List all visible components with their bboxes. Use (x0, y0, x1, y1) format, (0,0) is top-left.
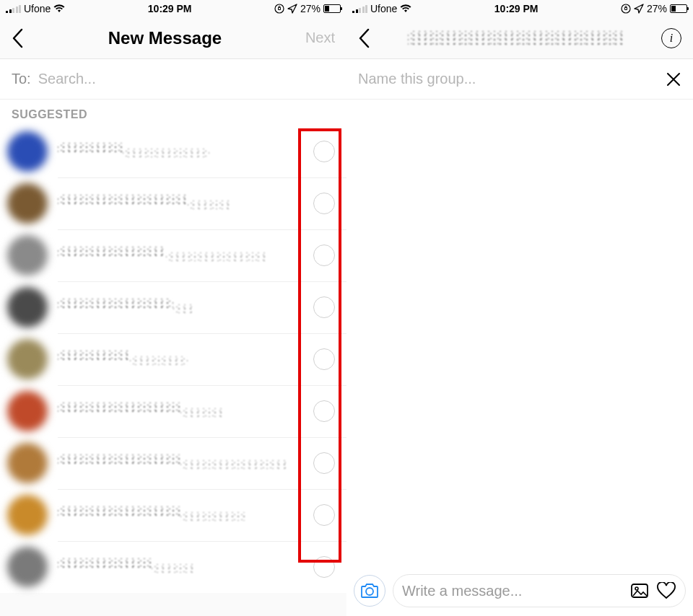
contact-row[interactable] (0, 541, 346, 593)
nav-bar: New Message Next (0, 17, 346, 59)
contact-labels (58, 299, 313, 316)
avatar (7, 443, 48, 483)
avatar (7, 547, 48, 587)
contact-labels (58, 247, 313, 264)
avatar (7, 235, 48, 276)
avatar (7, 183, 48, 224)
right-screenshot: Ufone 10:29 PM 27% (346, 0, 693, 616)
cellular-signal-icon (352, 4, 367, 13)
svg-point-2 (366, 588, 373, 595)
contact-name-redacted (58, 402, 180, 413)
contact-name-redacted (58, 351, 130, 361)
avatar (7, 287, 48, 327)
avatar (7, 131, 48, 172)
svg-point-1 (622, 4, 630, 13)
svg-point-0 (275, 4, 284, 13)
battery-icon (323, 4, 341, 13)
avatar (7, 495, 48, 535)
contact-list (0, 126, 346, 593)
message-composer: Write a message... (346, 571, 693, 610)
contact-username-redacted (180, 408, 224, 417)
contact-labels (58, 454, 313, 472)
contact-name-redacted (58, 506, 180, 516)
cellular-signal-icon (6, 4, 21, 13)
camera-icon (360, 583, 379, 599)
select-radio[interactable] (313, 193, 335, 214)
contact-row[interactable] (0, 437, 346, 489)
gallery-button[interactable] (630, 583, 649, 599)
suggested-header: SUGGESTED (0, 100, 346, 126)
location-icon (287, 4, 297, 14)
next-button[interactable]: Next (305, 30, 335, 46)
contact-username-redacted (166, 252, 267, 261)
left-screenshot: Ufone 10:29 PM 27% New M (0, 0, 346, 616)
conversation-area (346, 100, 693, 616)
select-radio[interactable] (313, 452, 335, 474)
contact-username-redacted (180, 460, 289, 469)
group-name-row[interactable]: Name this group... (346, 59, 693, 100)
contact-username-redacted (188, 201, 231, 209)
contact-labels (58, 558, 313, 576)
location-icon (634, 4, 644, 14)
contact-name-redacted (58, 299, 173, 309)
battery-icon (670, 4, 687, 13)
contact-row[interactable] (0, 385, 346, 437)
contact-username-redacted (173, 304, 195, 313)
battery-percent: 27% (300, 3, 321, 14)
select-radio[interactable] (313, 400, 335, 422)
message-input-pill[interactable]: Write a message... (393, 574, 686, 607)
status-bar: Ufone 10:29 PM 27% (346, 0, 693, 17)
svg-point-4 (635, 587, 638, 590)
status-bar: Ufone 10:29 PM 27% (0, 0, 346, 17)
chat-title-redacted (408, 31, 624, 45)
contact-username-redacted (130, 356, 188, 365)
page-title: New Message (108, 28, 222, 48)
carrier-label: Ufone (24, 3, 51, 14)
contact-row[interactable] (0, 229, 346, 281)
carrier-label: Ufone (370, 3, 397, 14)
like-button[interactable] (656, 582, 676, 599)
rotation-lock-icon (621, 4, 631, 14)
clock: 10:29 PM (148, 3, 192, 14)
contact-name-redacted (58, 454, 180, 465)
group-name-input[interactable]: Name this group... (358, 71, 476, 87)
contact-name-redacted (58, 247, 166, 257)
contact-labels (58, 143, 313, 160)
select-radio[interactable] (313, 556, 335, 578)
gallery-icon (630, 583, 649, 599)
contact-labels (58, 195, 313, 212)
select-radio[interactable] (313, 141, 335, 162)
select-radio[interactable] (313, 504, 335, 526)
contact-username-redacted (180, 512, 245, 521)
back-button[interactable] (358, 28, 371, 48)
contact-row[interactable] (0, 333, 346, 385)
contact-username-redacted (152, 564, 195, 573)
wifi-icon (53, 4, 65, 13)
contact-labels (58, 506, 313, 524)
contact-name-redacted (58, 195, 188, 205)
clock: 10:29 PM (494, 3, 539, 14)
contact-name-redacted (58, 558, 152, 568)
contact-labels (58, 402, 313, 420)
wifi-icon (400, 4, 411, 13)
contact-labels (58, 351, 313, 368)
contact-row[interactable] (0, 281, 346, 333)
recipient-search-row[interactable]: To: Search... (0, 59, 346, 100)
camera-button[interactable] (354, 575, 385, 607)
battery-percent: 27% (647, 3, 667, 14)
nav-bar: i (346, 17, 693, 59)
rotation-lock-icon (274, 4, 284, 14)
select-radio[interactable] (313, 245, 335, 266)
search-input[interactable]: Search... (38, 71, 96, 87)
back-button[interactable] (12, 28, 25, 48)
contact-row[interactable] (0, 177, 346, 229)
avatar (7, 391, 48, 431)
info-button[interactable]: i (661, 28, 681, 48)
close-button[interactable] (666, 71, 681, 87)
contact-row[interactable] (0, 489, 346, 541)
contact-username-redacted (123, 149, 209, 157)
contact-row[interactable] (0, 126, 346, 177)
select-radio[interactable] (313, 296, 335, 318)
message-input[interactable]: Write a message... (402, 583, 623, 599)
select-radio[interactable] (313, 348, 335, 370)
